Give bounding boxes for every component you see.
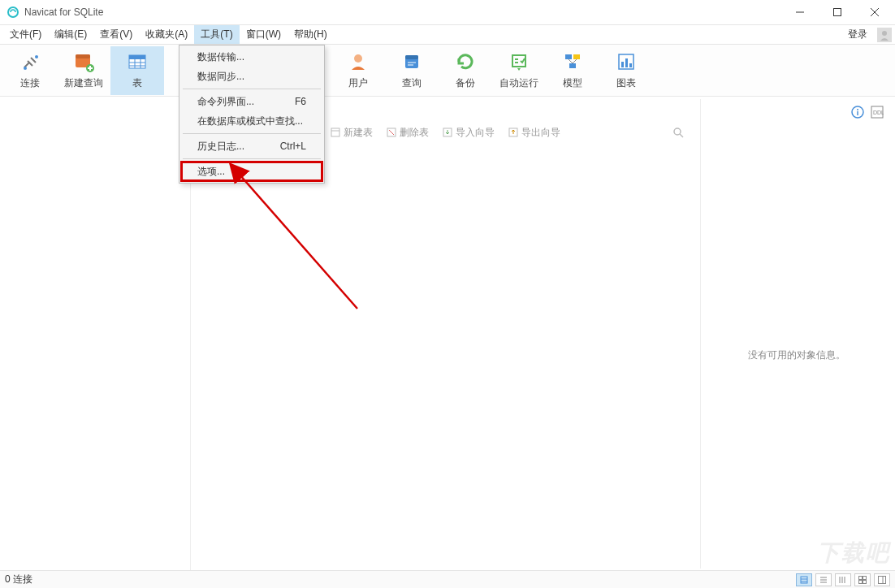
menu-history-log[interactable]: 历史日志...Ctrl+L — [181, 136, 322, 156]
status-bar: 0 连接 — [0, 570, 895, 588]
svg-rect-63 — [879, 576, 886, 583]
svg-rect-28 — [573, 54, 580, 59]
import-icon — [442, 127, 453, 138]
svg-rect-35 — [629, 63, 632, 67]
svg-line-30 — [569, 59, 573, 63]
svg-rect-2 — [834, 9, 841, 16]
toggle-info-panel[interactable] — [874, 573, 890, 586]
menu-file[interactable]: 文件(F) — [3, 25, 48, 44]
delete-table-icon — [386, 127, 397, 138]
svg-rect-9 — [76, 54, 90, 58]
svg-rect-62 — [863, 580, 867, 583]
toolbar-schedule[interactable]: 自动运行 — [492, 46, 546, 95]
menu-options[interactable]: 选项... — [181, 162, 322, 181]
svg-rect-29 — [569, 63, 576, 68]
title-bar: Navicat for SQLite — [0, 0, 895, 25]
subbar-export[interactable]: 导出向导 — [503, 126, 565, 140]
svg-rect-60 — [863, 576, 867, 579]
view-mode-list[interactable] — [796, 573, 812, 586]
menu-find-in-db[interactable]: 在数据库或模式中查找... — [181, 111, 322, 131]
svg-rect-27 — [565, 54, 572, 59]
new-query-icon — [72, 50, 95, 73]
subbar-new-table[interactable]: 新建表 — [325, 126, 378, 140]
ddl-icon[interactable]: DDL — [871, 106, 884, 121]
svg-line-31 — [573, 59, 577, 63]
info-panel-message: 没有可用的对象信息。 — [748, 348, 845, 362]
avatar[interactable] — [877, 28, 892, 42]
svg-point-19 — [354, 54, 362, 63]
svg-text:DDL: DDL — [873, 110, 884, 115]
view-mode-detail[interactable] — [815, 573, 832, 586]
info-icon[interactable] — [851, 106, 864, 121]
toolbar-table[interactable]: 表 — [110, 46, 164, 95]
svg-point-5 — [882, 31, 887, 36]
window-title: Navicat for SQLite — [24, 6, 103, 18]
menu-edit[interactable]: 编辑(E) — [48, 25, 93, 44]
menu-separator — [183, 158, 321, 159]
svg-rect-50 — [801, 577, 807, 583]
toolbar-model[interactable]: 模型 — [546, 46, 599, 95]
chart-icon — [615, 50, 638, 73]
query-icon — [400, 50, 423, 73]
object-list — [191, 142, 700, 570]
toolbar-connection[interactable]: 连接 — [3, 46, 57, 95]
menu-window[interactable]: 窗口(W) — [240, 25, 288, 44]
minimize-button[interactable] — [781, 0, 819, 24]
svg-line-43 — [680, 134, 683, 137]
menu-view[interactable]: 查看(V) — [93, 25, 139, 44]
plug-icon — [19, 50, 41, 73]
export-icon — [508, 127, 519, 138]
menu-data-sync[interactable]: 数据同步... — [181, 67, 322, 86]
subbar-delete-table[interactable]: 删除表 — [381, 126, 434, 140]
user-icon — [347, 50, 370, 73]
svg-point-6 — [24, 67, 27, 70]
watermark: 下载吧 — [817, 538, 890, 569]
menu-help[interactable]: 帮助(H) — [288, 25, 334, 44]
menu-tools[interactable]: 工具(T) — [194, 25, 239, 44]
svg-rect-34 — [625, 58, 628, 67]
toolbar-query[interactable]: 查询 — [385, 46, 439, 95]
svg-rect-33 — [621, 62, 624, 67]
menu-bar: 文件(F) 编辑(E) 查看(V) 收藏夹(A) 工具(T) 窗口(W) 帮助(… — [0, 25, 895, 45]
menu-separator — [183, 133, 321, 134]
svg-rect-21 — [405, 55, 418, 59]
object-toolbar: 新建表 删除表 导入向导 导出向导 — [325, 123, 565, 142]
menu-data-transfer[interactable]: 数据传输... — [181, 47, 322, 67]
maximize-button[interactable] — [819, 0, 856, 24]
svg-rect-59 — [859, 576, 863, 579]
svg-rect-14 — [129, 55, 145, 59]
toolbar-user[interactable]: 用户 — [331, 46, 385, 95]
svg-point-45 — [857, 109, 858, 110]
svg-line-39 — [389, 130, 394, 135]
status-connection-count: 0 连接 — [5, 573, 32, 586]
svg-rect-36 — [331, 128, 339, 136]
toolbar-backup[interactable]: 备份 — [439, 46, 492, 95]
svg-point-0 — [8, 7, 18, 17]
close-button[interactable] — [856, 0, 893, 24]
schedule-icon — [508, 50, 530, 73]
new-table-icon — [330, 127, 341, 138]
svg-point-7 — [35, 55, 38, 58]
model-icon — [561, 50, 584, 73]
view-mode-er[interactable] — [835, 573, 851, 586]
toolbar-new-query[interactable]: 新建查询 — [57, 46, 110, 95]
info-panel: DDL 没有可用的对象信息。 — [700, 99, 892, 569]
app-icon — [6, 6, 19, 19]
main-toolbar: 连接 新建查询 表 视图 索引 触发器 用户 查询 备份 自动运行 模型 — [0, 45, 895, 97]
navigation-panel — [0, 97, 191, 570]
backup-icon — [454, 50, 477, 73]
toolbar-chart[interactable]: 图表 — [599, 46, 653, 95]
svg-point-42 — [674, 128, 681, 135]
menu-favorites[interactable]: 收藏夹(A) — [139, 25, 194, 44]
subbar-import[interactable]: 导入向导 — [437, 126, 499, 140]
view-mode-grid[interactable] — [854, 573, 871, 586]
svg-rect-61 — [859, 580, 863, 583]
table-icon — [126, 50, 149, 73]
search-icon[interactable] — [672, 127, 684, 141]
login-link[interactable]: 登录 — [843, 28, 872, 41]
menu-separator — [183, 89, 321, 89]
menu-console[interactable]: 命令列界面...F6 — [181, 92, 322, 111]
tools-menu: 数据传输... 数据同步... 命令列界面...F6 在数据库或模式中查找...… — [179, 45, 325, 184]
